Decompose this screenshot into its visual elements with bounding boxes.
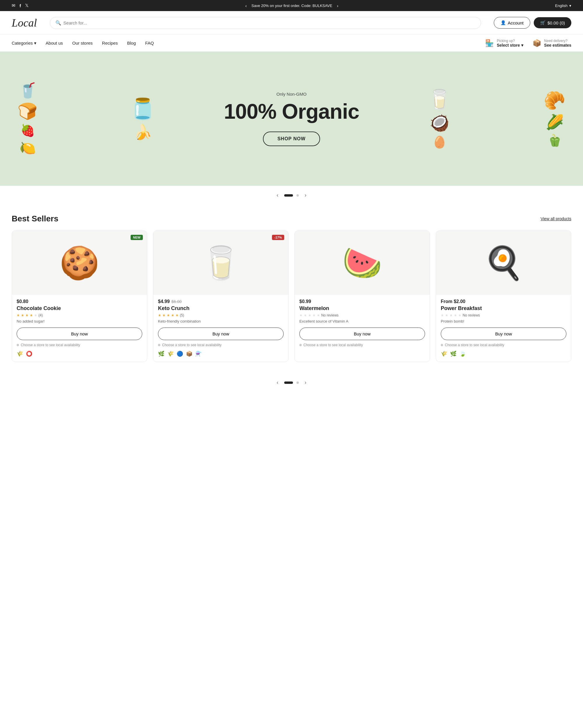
availability-indicator [441, 344, 443, 346]
diet-icon: 🌾 [167, 350, 174, 357]
view-all-link[interactable]: View all products [540, 216, 571, 221]
product-price-wrap: $0.80 [17, 299, 142, 304]
search-bar[interactable]: 🔍 [50, 17, 481, 29]
delivery-icon: 📦 [533, 39, 541, 47]
diet-icon: 🔵 [177, 350, 183, 357]
star-icon: ★ [30, 313, 33, 317]
product-card: NEW 🍪 $0.80 Chocolate Cookie ★★★★★ (4) N… [12, 230, 147, 362]
logo[interactable]: Local [12, 16, 37, 29]
product-price: $4.99 [158, 299, 170, 304]
product-diet-icons: 🌾🌿🍃 [441, 350, 566, 357]
star-icon: ★ [317, 313, 320, 317]
buy-now-button[interactable]: Buy now [17, 328, 142, 340]
bottom-dot-1[interactable] [284, 382, 293, 384]
pickup-value: Select store ▾ [497, 43, 523, 48]
star-icon: ★ [162, 313, 166, 317]
hero-dot-2[interactable] [297, 194, 299, 197]
product-rating: ★★★★★ No reviews [299, 313, 425, 317]
nav-faq[interactable]: FAQ [145, 41, 154, 46]
main-nav: Categories ▾ About us Our stores Recipes… [0, 35, 583, 52]
store-availability: Choose a store to see local availability [441, 343, 566, 347]
search-input[interactable] [63, 20, 475, 25]
bottom-next-button[interactable]: › [302, 378, 309, 387]
star-icon: ★ [175, 313, 179, 317]
hero-banner: 🥤 🍞 🍓 🍋 🫙 🍌 🥛 🥥 🥚 🥐 🌽 🫑 Only Non-GMO 100… [0, 52, 583, 186]
product-name: Keto Crunch [158, 305, 284, 312]
star-icon: ★ [312, 313, 316, 317]
buy-now-button[interactable]: Buy now [158, 328, 284, 340]
product-image: NEW 🍪 [12, 231, 147, 295]
nav-categories-chevron-icon: ▾ [34, 41, 36, 46]
nav-stores[interactable]: Our stores [72, 41, 93, 46]
account-label: Account [508, 20, 524, 25]
nav-about[interactable]: About us [46, 41, 63, 46]
diet-icon: 🌾 [17, 350, 23, 357]
hero-prev-button[interactable]: ‹ [274, 191, 281, 200]
language-selector[interactable]: English ▾ [555, 3, 571, 8]
delivery-label: Need delivery? [544, 39, 571, 43]
promo-text: Save 20% on your first order. Code: BULK… [252, 3, 332, 8]
food-flour-icon: 🥛 [427, 88, 451, 110]
nav-categories[interactable]: Categories ▾ [12, 41, 36, 46]
food-juice-icon: 🥤 [19, 82, 37, 99]
star-icon: ★ [445, 313, 448, 317]
hero-dot-1[interactable] [284, 194, 293, 197]
cart-total: $0.00 (0) [548, 20, 565, 25]
food-bread-icon: 🍞 [18, 102, 37, 121]
star-icon: ★ [17, 313, 20, 317]
product-emoji: 🍉 [342, 244, 382, 282]
product-name: Chocolate Cookie [17, 305, 142, 312]
account-button[interactable]: 👤 Account [494, 17, 530, 29]
product-price: From $2.00 [441, 299, 465, 304]
food-banana-icon: 🍌 [134, 124, 152, 140]
bottom-prev-button[interactable]: ‹ [274, 378, 281, 387]
hero-subtitle: Only Non-GMO [224, 92, 359, 97]
availability-text: Choose a store to see local availability [445, 343, 504, 347]
nav-store-options: 🏪 Picking up? Select store ▾ 📦 Need deli… [485, 39, 571, 48]
food-coconut-icon: 🥥 [429, 113, 449, 132]
review-count: (5) [180, 313, 184, 317]
cart-button[interactable]: 🛒 $0.00 (0) [534, 17, 571, 28]
diet-icon: 🌿 [450, 350, 456, 357]
star-icon: ★ [171, 313, 174, 317]
review-count: (4) [38, 313, 43, 317]
buy-now-button[interactable]: Buy now [299, 328, 425, 340]
product-diet-icons: 🌾⭕ [17, 350, 142, 357]
star-icon: ★ [34, 313, 37, 317]
nav-recipes[interactable]: Recipes [102, 41, 118, 46]
food-lemon-icon: 🍋 [20, 140, 36, 156]
hero-content: Only Non-GMO 100% Organic SHOP NOW [224, 92, 359, 146]
nav-blog[interactable]: Blog [127, 41, 136, 46]
hero-cta-button[interactable]: SHOP NOW [263, 132, 321, 146]
store-availability: Choose a store to see local availability [158, 343, 284, 347]
bottom-dot-2[interactable] [297, 382, 299, 384]
diet-icon: 📦 [186, 350, 192, 357]
store-icon: 🏪 [485, 39, 494, 47]
availability-indicator [299, 344, 302, 346]
twitter-icon: 𝕏 [25, 3, 29, 8]
star-icon: ★ [308, 313, 311, 317]
pickup-label: Picking up? [497, 39, 523, 43]
social-icons: ✉ f 𝕏 [12, 3, 29, 8]
diet-icon: ⚗️ [195, 350, 202, 357]
product-info: $4.99$6.00 Keto Crunch ★★★★★ (5) Keto-fr… [153, 295, 288, 323]
star-icon: ★ [167, 313, 170, 317]
store-availability: Choose a store to see local availability [299, 343, 425, 347]
pickup-section[interactable]: 🏪 Picking up? Select store ▾ [485, 39, 523, 48]
food-corn-icon: 🌽 [546, 114, 564, 131]
food-pepper-icon: 🫑 [548, 134, 562, 147]
hero-next-button[interactable]: › [302, 191, 309, 200]
availability-text: Choose a store to see local availability [162, 343, 222, 347]
nav-categories-label: Categories [12, 41, 33, 46]
delivery-section[interactable]: 📦 Need delivery? See estimates [533, 39, 571, 48]
hero-title: 100% Organic [224, 100, 359, 123]
product-name: Power Breakfast [441, 305, 566, 312]
star-icon: ★ [441, 313, 444, 317]
product-info: $0.99 Watermelon ★★★★★ No reviews Excell… [295, 295, 430, 323]
product-info: From $2.00 Power Breakfast ★★★★★ No revi… [436, 295, 571, 323]
product-price-wrap: $0.99 [299, 299, 425, 304]
promo-next-button[interactable]: › [336, 3, 340, 9]
promo-prev-button[interactable]: ‹ [244, 3, 248, 9]
availability-indicator [158, 344, 160, 346]
buy-now-button[interactable]: Buy now [441, 328, 566, 340]
